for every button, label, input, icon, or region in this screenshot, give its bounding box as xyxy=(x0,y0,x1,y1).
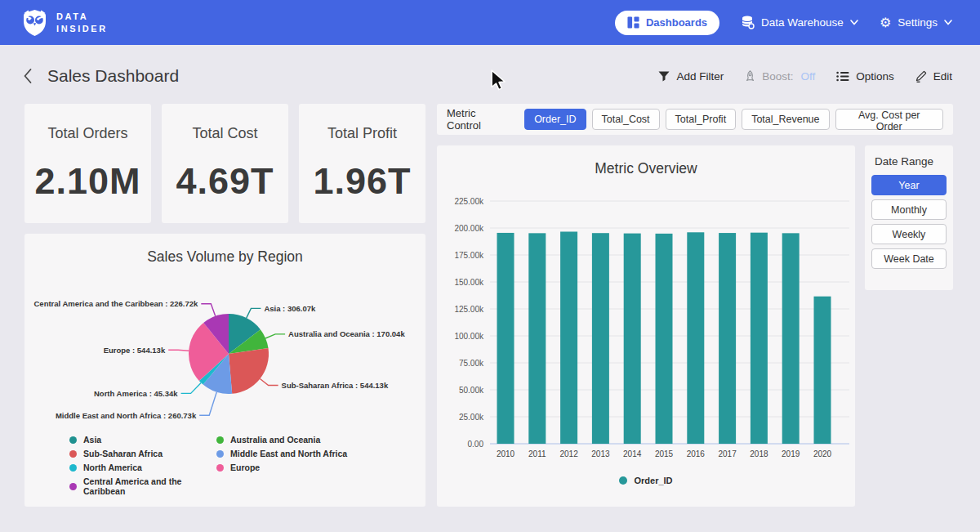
pencil-icon xyxy=(915,70,927,83)
bar-2011[interactable] xyxy=(528,233,546,444)
brand-logo: DATA INSIDER xyxy=(21,9,108,37)
pie-callout-label: Central America and the Caribbean : 226.… xyxy=(33,299,198,308)
legend-label: Central America and the Caribbean xyxy=(83,476,216,496)
pie-callout-label: North America : 45.34k xyxy=(94,389,178,398)
pie-chart-card: Sales Volume by Region Asia : 306.07kAus… xyxy=(24,234,425,507)
legend-dot xyxy=(69,464,77,472)
gear-icon: ⚙ xyxy=(880,16,891,29)
chevron-left-icon xyxy=(23,68,33,84)
options-icon xyxy=(836,71,849,82)
metric-option-total-revenue[interactable]: Total_Revenue xyxy=(742,109,829,130)
legend-dot xyxy=(69,436,77,444)
nav-settings-label: Settings xyxy=(898,16,938,29)
y-tick-label: 200.00k xyxy=(454,224,484,233)
date-range-monthly[interactable]: Monthly xyxy=(871,199,947,220)
bar-2019[interactable] xyxy=(782,233,800,444)
y-tick-label: 150.00k xyxy=(454,278,484,287)
legend-item[interactable]: Australia and Oceania xyxy=(216,435,347,445)
back-button[interactable] xyxy=(21,66,34,86)
y-tick-label: 75.00k xyxy=(459,359,484,368)
options-button[interactable]: Options xyxy=(836,70,894,83)
bar-2014[interactable] xyxy=(624,234,641,444)
legend-item[interactable]: Asia xyxy=(69,435,216,445)
x-tick-label: 2016 xyxy=(687,449,706,458)
rocket-icon xyxy=(745,70,755,82)
bar-2012[interactable] xyxy=(560,231,577,444)
bar-legend[interactable]: Order_ID xyxy=(437,476,855,485)
x-tick-label: 2011 xyxy=(528,449,546,458)
bar-2010[interactable] xyxy=(497,233,514,444)
x-tick-label: 2018 xyxy=(750,449,768,458)
header-actions: Add Filter Boost: Off Options xyxy=(658,70,952,83)
legend-item[interactable]: Central America and the Caribbean xyxy=(69,476,216,496)
add-filter-button[interactable]: Add Filter xyxy=(658,70,724,83)
options-label: Options xyxy=(856,70,894,83)
pie-callout-line xyxy=(265,334,285,338)
metric-option-total-profit[interactable]: Total_Profit xyxy=(666,109,737,130)
nav-dashboards[interactable]: Dashboards xyxy=(615,11,719,35)
metric-control-label: Metric Control xyxy=(447,107,511,132)
legend-label: Middle East and North Africa xyxy=(230,449,347,458)
bar-2015[interactable] xyxy=(656,234,673,444)
edit-button[interactable]: Edit xyxy=(915,70,952,83)
pie-chart-title: Sales Volume by Region xyxy=(24,248,425,266)
page-title: Sales Dashboard xyxy=(47,66,179,86)
kpi-card-total-profit: Total Profit 1.96T xyxy=(299,104,425,223)
y-tick-label: 175.00k xyxy=(454,251,484,260)
date-range-year[interactable]: Year xyxy=(871,175,947,195)
legend-dot xyxy=(69,450,77,458)
y-tick-label: 50.00k xyxy=(459,386,484,395)
legend-item[interactable]: Middle East and North Africa xyxy=(216,449,347,458)
pie-callout-label: Asia : 306.07k xyxy=(264,304,316,313)
pie-slice-3[interactable] xyxy=(229,348,269,394)
top-navbar: DATA INSIDER Dashboards xyxy=(0,0,980,45)
nav-menu: Dashboards Data Warehouse ⚙ Settings xyxy=(615,11,952,35)
boost-value: Off xyxy=(800,70,815,83)
database-icon xyxy=(741,16,755,29)
nav-settings[interactable]: ⚙ Settings xyxy=(880,16,952,29)
bar-2020[interactable] xyxy=(814,297,831,444)
kpi-label: Total Cost xyxy=(192,125,257,142)
legend-label: Order_ID xyxy=(634,476,672,485)
date-range-week-date[interactable]: Week Date xyxy=(871,248,947,269)
pie-legend: Asia Australia and Oceania Sub-Saharan A… xyxy=(69,435,347,496)
boost-toggle[interactable]: Boost: Off xyxy=(745,70,815,83)
legend-label: Asia xyxy=(83,435,101,445)
x-tick-label: 2012 xyxy=(559,449,578,458)
pie-callout-line xyxy=(168,350,189,351)
bar-2018[interactable] xyxy=(751,233,768,444)
x-tick-label: 2015 xyxy=(655,449,674,458)
date-range-weekly[interactable]: Weekly xyxy=(871,224,947,244)
bar-2013[interactable] xyxy=(592,233,609,444)
nav-data-warehouse[interactable]: Data Warehouse xyxy=(741,16,858,29)
pie-callout-label: Australia and Oceania : 170.04k xyxy=(288,329,405,338)
metric-option-order-id[interactable]: Order_ID xyxy=(524,109,586,130)
pie-callout-line xyxy=(260,379,278,386)
legend-item[interactable]: North America xyxy=(69,463,216,472)
kpi-label: Total Orders xyxy=(47,125,127,142)
pie-callout-line xyxy=(201,304,215,316)
kpi-card-total-cost: Total Cost 4.69T xyxy=(162,104,288,223)
bar-chart-card: Metric Overview 0.0025.00k50.00k75.00k10… xyxy=(437,145,855,507)
legend-item[interactable]: Europe xyxy=(216,463,347,472)
metric-option-total-cost[interactable]: Total_Cost xyxy=(592,109,660,130)
legend-item[interactable]: Sub-Saharan Africa xyxy=(69,449,216,458)
pie-callout-label: Sub-Saharan Africa : 544.13k xyxy=(282,381,389,390)
bar-2016[interactable] xyxy=(687,232,704,444)
legend-label: Australia and Oceania xyxy=(230,435,320,445)
chevron-down-icon xyxy=(944,20,952,25)
brand-line2: INSIDER xyxy=(56,23,108,35)
add-filter-label: Add Filter xyxy=(676,70,724,83)
bar-2017[interactable] xyxy=(719,233,736,444)
nav-data-warehouse-label: Data Warehouse xyxy=(761,16,844,29)
kpi-value: 4.69T xyxy=(176,160,274,203)
pie-callout-label: Middle East and North Africa : 260.73k xyxy=(56,411,197,420)
legend-dot xyxy=(216,464,224,472)
x-tick-label: 2014 xyxy=(623,449,642,458)
legend-dot xyxy=(216,450,224,458)
legend-label: Europe xyxy=(230,463,260,472)
legend-dot xyxy=(69,483,77,490)
x-tick-label: 2010 xyxy=(497,449,515,458)
screen: DATA INSIDER Dashboards xyxy=(0,0,980,532)
metric-option-avg-cost[interactable]: Avg. Cost per Order xyxy=(835,109,943,130)
